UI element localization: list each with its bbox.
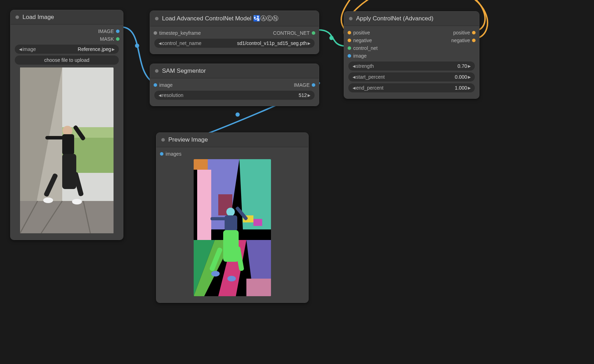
svg-point-34	[226, 208, 235, 216]
port-input-timestep-keyframe[interactable]	[154, 31, 157, 35]
svg-rect-25	[197, 170, 211, 240]
svg-rect-35	[225, 215, 237, 231]
svg-rect-28	[253, 219, 262, 226]
image-widget-value: Reference.jpeg	[78, 46, 111, 52]
chevron-left-icon[interactable]: ◀	[352, 64, 356, 69]
node-header[interactable]: Load Image	[11, 10, 123, 25]
node-apply-controlnet[interactable]: Apply ControlNet (Advanced) positive pos…	[344, 11, 479, 99]
node-title: Apply ControlNet (Advanced)	[356, 15, 433, 22]
node-header[interactable]: Preview Image	[156, 133, 308, 147]
svg-rect-33	[246, 279, 271, 296]
output-image-label: IMAGE	[98, 28, 114, 34]
chevron-left-icon[interactable]: ◀	[158, 41, 162, 46]
svg-rect-6	[20, 201, 114, 233]
node-header[interactable]: SAM Segmentor	[150, 64, 319, 78]
output-negative-label: negative	[451, 38, 470, 43]
strength-label: strength	[356, 63, 374, 69]
node-header[interactable]: Apply ControlNet (Advanced)	[344, 12, 479, 26]
controlnet-name-label: control_net_name	[162, 40, 201, 46]
end-percent-stepper[interactable]: ◀ end_percent 1.000 ▶	[348, 83, 475, 92]
port-input-controlnet[interactable]	[348, 46, 351, 50]
upload-button[interactable]: choose file to upload	[15, 56, 119, 65]
strength-stepper[interactable]: ◀ strength 0.70 ▶	[348, 61, 475, 71]
svg-point-42	[227, 276, 236, 281]
chevron-right-icon[interactable]: ▶	[307, 41, 311, 46]
collapse-icon[interactable]	[161, 138, 165, 142]
strength-value: 0.70	[458, 63, 467, 69]
input-image-label: image	[159, 82, 173, 88]
svg-point-20	[72, 199, 82, 204]
svg-point-0	[135, 44, 139, 48]
collapse-icon[interactable]	[349, 17, 353, 20]
segmentation-preview	[194, 159, 271, 296]
start-label: start_percent	[356, 74, 385, 80]
chevron-right-icon[interactable]: ▶	[111, 47, 115, 52]
svg-point-1	[235, 112, 240, 117]
port-input-image[interactable]	[348, 54, 351, 58]
svg-point-12	[63, 126, 72, 136]
svg-rect-38	[223, 230, 239, 262]
node-title: SAM Segmentor	[162, 67, 206, 74]
input-controlnet-label: control_net	[353, 45, 377, 51]
chevron-right-icon[interactable]: ▶	[467, 86, 471, 90]
output-controlnet-label: CONTROL_NET	[273, 30, 310, 36]
chevron-left-icon[interactable]: ◀	[352, 86, 356, 90]
input-images-label: images	[166, 151, 181, 157]
port-output-positive[interactable]	[472, 31, 476, 34]
output-positive-label: positive	[453, 30, 470, 35]
controlnet-name-value: sd1/control_v11p_sd15_seg.pth	[237, 40, 307, 46]
node-graph-canvas[interactable]: Load Image IMAGE MASK ◀ image Reference.…	[0, 0, 594, 364]
reference-image-preview	[20, 67, 114, 233]
port-output-negative[interactable]	[472, 39, 476, 42]
image-widget-label: image	[22, 46, 36, 52]
chevron-right-icon[interactable]: ▶	[307, 93, 311, 98]
end-value: 1.000	[455, 85, 467, 91]
port-output-image[interactable]	[116, 30, 120, 33]
node-title: Load Advanced ControlNet Model 🛂ⒶⒸⓃ	[162, 14, 278, 22]
start-percent-stepper[interactable]: ◀ start_percent 0.000 ▶	[348, 72, 475, 82]
input-positive-label: positive	[353, 30, 370, 35]
port-output-controlnet[interactable]	[312, 31, 315, 35]
resolution-value: 512	[299, 92, 307, 98]
chevron-right-icon[interactable]: ▶	[467, 64, 471, 69]
svg-rect-14	[45, 136, 64, 139]
node-load-controlnet[interactable]: Load Advanced ControlNet Model 🛂ⒶⒸⓃ time…	[150, 11, 319, 54]
image-file-selector[interactable]: ◀ image Reference.jpeg ▶	[15, 45, 119, 54]
node-preview-image[interactable]: Preview Image images	[156, 132, 309, 303]
collapse-icon[interactable]	[15, 15, 19, 19]
port-output-mask[interactable]	[116, 37, 120, 41]
collapse-icon[interactable]	[155, 17, 159, 20]
port-input-positive[interactable]	[348, 31, 351, 34]
resolution-label: resolution	[162, 92, 183, 98]
node-header[interactable]: Load Advanced ControlNet Model 🛂ⒶⒸⓃ	[150, 11, 319, 26]
node-sam-segmentor[interactable]: SAM Segmentor image IMAGE ◀ resolution 5…	[150, 64, 319, 106]
port-input-image[interactable]	[154, 83, 157, 87]
port-input-images[interactable]	[160, 152, 163, 156]
svg-rect-22	[194, 159, 208, 170]
svg-point-19	[43, 197, 53, 203]
svg-point-2	[329, 36, 334, 40]
collapse-icon[interactable]	[155, 69, 159, 73]
chevron-left-icon[interactable]: ◀	[352, 75, 356, 79]
chevron-right-icon[interactable]: ▶	[467, 75, 471, 79]
svg-rect-36	[211, 217, 226, 220]
start-value: 0.000	[455, 74, 467, 80]
node-load-image[interactable]: Load Image IMAGE MASK ◀ image Reference.…	[10, 10, 123, 240]
output-mask-label: MASK	[100, 36, 114, 42]
port-output-image[interactable]	[312, 83, 315, 87]
controlnet-name-selector[interactable]: ◀ control_net_name sd1/control_v11p_sd15…	[154, 39, 315, 48]
chevron-left-icon[interactable]: ◀	[18, 47, 22, 52]
node-title: Load Image	[22, 14, 54, 21]
port-input-negative[interactable]	[348, 39, 351, 42]
resolution-stepper[interactable]: ◀ resolution 512 ▶	[154, 91, 315, 100]
output-image-label: IMAGE	[294, 82, 310, 88]
end-label: end_percent	[356, 85, 383, 91]
input-negative-label: negative	[353, 38, 372, 43]
svg-rect-16	[62, 154, 76, 189]
input-image-label: image	[353, 53, 367, 59]
svg-rect-13	[62, 134, 74, 155]
input-timestep-label: timestep_keyframe	[159, 30, 201, 36]
chevron-left-icon[interactable]: ◀	[158, 93, 162, 98]
node-title: Preview Image	[168, 136, 208, 143]
svg-point-41	[211, 271, 220, 277]
